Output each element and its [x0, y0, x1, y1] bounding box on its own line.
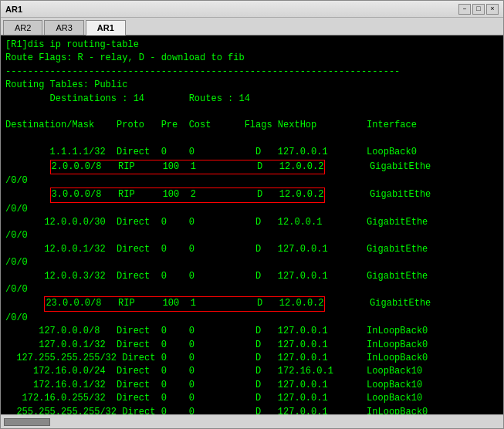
terminal-row-6b: /0/0	[5, 283, 499, 296]
tab-bar: AR2 AR3 AR1	[1, 18, 503, 35]
terminal-row-1: 1.1.1.1/32 Direct 0 0 D 127.0.0.1 LoopBa…	[5, 146, 499, 159]
tab-ar3[interactable]: AR3	[44, 20, 83, 35]
terminal-line-blank2	[5, 133, 499, 146]
terminal-row-14: 255.255.255.255/32 Direct 0 0 D 127.0.0.…	[5, 406, 499, 414]
terminal-output[interactable]: [R1]dis ip routing-table Route Flags: R …	[1, 35, 503, 414]
terminal-row-4b: /0/0	[5, 229, 499, 242]
terminal-row-5: 12.0.0.1/32 Direct 0 0 D 127.0.0.1 Gigab…	[5, 243, 499, 256]
status-bar	[1, 414, 503, 428]
terminal-row-12: 172.16.0.1/32 Direct 0 0 D 127.0.0.1 Loo…	[5, 379, 499, 392]
terminal-row-2b: /0/0	[5, 174, 499, 187]
terminal-row-5b: /0/0	[5, 256, 499, 269]
tab-ar2[interactable]: AR2	[3, 20, 42, 35]
window-controls: – □ ×	[458, 4, 499, 15]
terminal-row-10: 127.255.255.255/32 Direct 0 0 D 127.0.0.…	[5, 352, 499, 365]
terminal-row-7: 23.0.0.0/8 RIP 100 1 D 12.0.0.2 GigabitE…	[5, 296, 499, 311]
terminal-row-9: 127.0.0.1/32 Direct 0 0 D 127.0.0.1 InLo…	[5, 339, 499, 352]
highlight-3.0.0.0: 3.0.0.0/8 RIP 100 2 D 12.0.0.2	[50, 187, 326, 202]
terminal-row-6: 12.0.0.3/32 Direct 0 0 D 127.0.0.1 Gigab…	[5, 270, 499, 283]
terminal-line-1: [R1]dis ip routing-table	[5, 39, 499, 52]
terminal-row-4: 12.0.0.0/30 Direct 0 0 D 12.0.0.1 Gigabi…	[5, 216, 499, 229]
terminal-line-4: Routing Tables: Public	[5, 79, 499, 92]
terminal-row-2: 2.0.0.0/8 RIP 100 1 D 12.0.0.2 GigabitEt…	[5, 160, 499, 174]
terminal-row-7b: /0/0	[5, 312, 499, 325]
terminal-line-blank1	[5, 106, 499, 119]
terminal-line-2: Route Flags: R - relay, D - download to …	[5, 52, 499, 65]
main-window: AR1 – □ × AR2 AR3 AR1 [R1]dis ip routing…	[0, 0, 504, 429]
terminal-line-5: Destinations : 14 Routes : 14	[5, 93, 499, 106]
terminal-row-11: 172.16.0.0/24 Direct 0 0 D 172.16.0.1 Lo…	[5, 365, 499, 378]
terminal-row-3b: /0/0	[5, 203, 499, 216]
terminal-row-13: 172.16.0.255/32 Direct 0 0 D 127.0.0.1 L…	[5, 392, 499, 405]
terminal-row-3: 3.0.0.0/8 RIP 100 2 D 12.0.0.2 GigabitEt…	[5, 187, 499, 202]
terminal-line-3: ----------------------------------------…	[5, 66, 499, 79]
terminal-header: Destination/Mask Proto Pre Cost Flags Ne…	[5, 119, 499, 132]
window-title: AR1	[5, 5, 22, 14]
status-indicator	[4, 418, 50, 426]
title-bar: AR1 – □ ×	[1, 1, 503, 18]
minimize-button[interactable]: –	[458, 4, 471, 15]
highlight-23.0.0.0: 23.0.0.0/8 RIP 100 1 D 12.0.0.2	[44, 296, 325, 311]
tab-ar1[interactable]: AR1	[86, 20, 126, 35]
terminal-row-8: 127.0.0.0/8 Direct 0 0 D 127.0.0.1 InLoo…	[5, 325, 499, 338]
close-button[interactable]: ×	[486, 4, 499, 15]
highlight-2.0.0.0: 2.0.0.0/8 RIP 100 1 D 12.0.0.2	[50, 160, 326, 174]
maximize-button[interactable]: □	[472, 4, 485, 15]
